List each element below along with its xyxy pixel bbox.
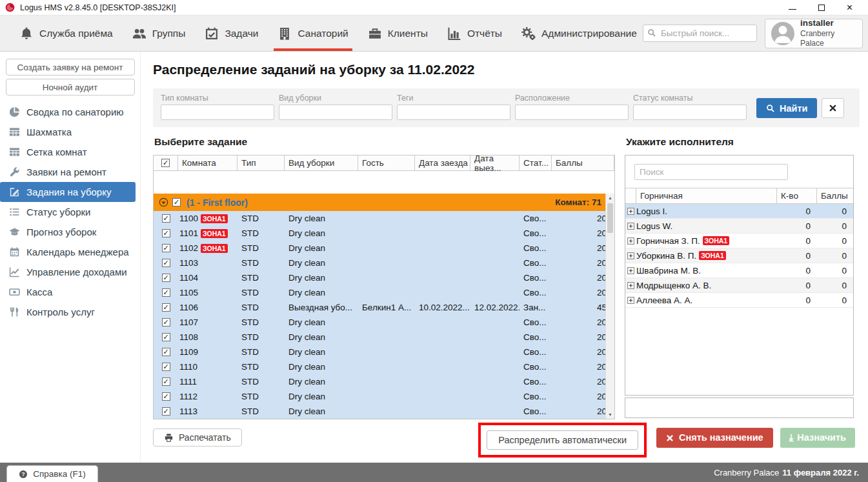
column-header[interactable]: Дата заезда	[415, 156, 470, 170]
row-checkbox[interactable]: ✓	[162, 348, 170, 356]
collapse-group-icon[interactable]	[159, 197, 168, 207]
column-header[interactable]: Баллы	[817, 188, 853, 203]
column-header[interactable]: Баллы	[552, 156, 614, 170]
row-checkbox[interactable]: ✓	[162, 214, 170, 223]
scroll-down-icon[interactable]: ▼	[606, 410, 614, 419]
task-row[interactable]: ✓1109STDDry cleanСво...20	[154, 345, 614, 359]
task-row[interactable]: ✓1100ЗОНА1STDDry cleanСво...20	[154, 211, 614, 226]
night-audit-button[interactable]: Ночной аудит	[6, 79, 135, 95]
task-row[interactable]: ✓1103STDDry cleanСво...20	[154, 256, 614, 270]
expand-icon[interactable]	[627, 237, 635, 245]
nav-tab-reception[interactable]: Служба приёма	[19, 15, 113, 51]
sidebar-item-chessboard[interactable]: Шахматка	[0, 122, 140, 142]
task-row[interactable]: ✓1102ЗОНА1STDDry cleanСво...20	[154, 241, 614, 256]
task-row[interactable]: ✓1107STDDry cleanСво...20	[154, 315, 614, 330]
auto-assign-button[interactable]: Распределить автоматически	[487, 430, 638, 450]
filter-input-location[interactable]	[515, 105, 629, 120]
filter-input-room-type[interactable]	[161, 105, 274, 120]
tasks-section: Выберите задание ✓КомнатаТипВид уборкиГо…	[153, 136, 615, 419]
filter-input-cleaning-kind[interactable]	[279, 105, 392, 120]
column-header[interactable]: К-во	[777, 188, 817, 203]
sidebar-item-revenue-management[interactable]: Управление доходами	[0, 262, 140, 282]
maximize-button[interactable]	[818, 5, 825, 11]
expand-icon[interactable]	[627, 266, 635, 275]
expand-icon[interactable]	[627, 296, 635, 305]
remove-assignment-button[interactable]: Снять назначение	[656, 428, 773, 448]
row-checkbox[interactable]: ✓	[162, 229, 170, 237]
row-checkbox[interactable]: ✓	[162, 274, 170, 282]
group-checkbox[interactable]: ✓	[172, 198, 181, 206]
row-checkbox[interactable]: ✓	[162, 303, 170, 312]
row-checkbox[interactable]: ✓	[162, 392, 170, 401]
assignee-row[interactable]: Logus I.00	[625, 204, 853, 219]
filter-input-tags[interactable]	[397, 105, 510, 120]
expand-icon[interactable]	[627, 222, 635, 230]
assignee-row[interactable]: Швабрина М. В.00	[625, 263, 853, 278]
nav-tab-clients[interactable]: Клиенты	[368, 15, 428, 51]
task-row[interactable]: ✓1112STDDry cleanСво...20	[154, 389, 614, 404]
sidebar-item-sanatorium-summary[interactable]: Сводка по санаторию	[0, 102, 140, 122]
assign-button[interactable]: ⤓ Назначить	[780, 428, 855, 448]
task-row[interactable]: ✓1106STDВыездная убо...Белкин1 А...10.02…	[154, 300, 614, 315]
sidebar-item-manager-calendar[interactable]: Календарь менеджера	[0, 242, 140, 262]
clear-filters-button[interactable]	[822, 98, 844, 118]
row-checkbox[interactable]: ✓	[162, 318, 170, 326]
task-row[interactable]: ✓1111STDDry cleanСво...20	[154, 374, 614, 389]
task-row[interactable]: ✓1101ЗОНА1STDDry cleanСво...20	[154, 226, 614, 241]
group-row-first-floor[interactable]: ✓ (1 - First floor) Комнат: 71	[154, 194, 614, 211]
column-header[interactable]: Гость	[358, 156, 415, 170]
column-header[interactable]: Дата выез...	[470, 156, 520, 170]
scrollbar-thumb[interactable]	[607, 203, 613, 233]
scroll-up-icon[interactable]: ▲	[606, 194, 614, 202]
column-header[interactable]: Комната	[178, 156, 237, 170]
column-header[interactable]: Стат...	[520, 156, 552, 170]
task-row[interactable]: ✓1105STDDry cleanСво...20	[154, 285, 614, 300]
task-row[interactable]: ✓1104STDDry cleanСво...20	[154, 270, 614, 285]
assignee-row[interactable]: Аллеева А. А.00	[625, 293, 853, 308]
row-checkbox[interactable]: ✓	[162, 288, 170, 297]
sidebar-item-cleaning-status[interactable]: Статус уборки	[0, 202, 140, 222]
nav-tab-tasks[interactable]: Задачи	[205, 15, 258, 51]
row-checkbox[interactable]: ✓	[162, 333, 170, 341]
column-header[interactable]: Тип	[237, 156, 285, 170]
nav-tab-reports[interactable]: Отчёты	[447, 15, 502, 51]
minimize-button[interactable]	[789, 9, 796, 10]
sidebar-item-service-control[interactable]: Контроль услуг	[0, 302, 140, 322]
row-checkbox[interactable]: ✓	[162, 259, 170, 267]
assignee-row[interactable]: Горничная З. П.ЗОНА100	[625, 234, 853, 248]
print-button[interactable]: Распечатать	[153, 428, 242, 447]
quick-search-input[interactable]	[643, 25, 757, 42]
assignee-row[interactable]: Уборкина В. П.ЗОНА100	[625, 248, 853, 263]
task-row[interactable]: ✓1108STDDry cleanСво...20	[154, 330, 614, 345]
row-checkbox[interactable]: ✓	[162, 244, 170, 252]
assignee-search-input[interactable]	[634, 164, 788, 180]
expand-icon[interactable]	[627, 207, 635, 216]
assignee-row[interactable]: Logus W.00	[625, 219, 853, 234]
select-all-checkbox[interactable]: ✓	[161, 159, 170, 167]
nav-tab-groups[interactable]: Группы	[132, 15, 186, 51]
help-button[interactable]: ? Справка (F1)	[6, 465, 98, 482]
sidebar-item-cleaning-forecast[interactable]: Прогноз уборок	[0, 222, 140, 242]
close-button[interactable]: ×	[847, 3, 853, 13]
filter-input-room-status[interactable]	[633, 105, 747, 120]
create-repair-request-button[interactable]: Создать заявку на ремонт	[6, 59, 135, 75]
nav-tab-sanatorium[interactable]: Санаторий	[278, 15, 348, 51]
task-row[interactable]: ✓1113STDDry cleanСво...20	[154, 404, 614, 419]
row-checkbox[interactable]: ✓	[162, 377, 170, 386]
row-checkbox[interactable]: ✓	[162, 407, 170, 416]
sidebar-item-room-grid[interactable]: Сетка комнат	[0, 142, 140, 162]
find-button[interactable]: Найти	[756, 98, 817, 118]
row-checkbox[interactable]: ✓	[162, 363, 170, 371]
sidebar-item-repair-requests[interactable]: Заявки на ремонт	[0, 162, 140, 182]
nav-tab-administration[interactable]: Администрирование	[521, 15, 637, 51]
tasks-scrollbar[interactable]: ▲ ▼	[605, 194, 614, 419]
sidebar-item-cleaning-tasks[interactable]: Задания на уборку	[0, 182, 136, 202]
sidebar-item-cash-desk[interactable]: Касса	[0, 282, 140, 302]
assignee-row[interactable]: Модрыщенко А. В.00	[625, 278, 853, 293]
column-header[interactable]: Горничная	[636, 188, 777, 203]
expand-icon[interactable]	[627, 252, 635, 260]
user-menu[interactable]: installer Cranberry Palace	[765, 19, 863, 48]
task-row[interactable]: ✓1110STDDry cleanСво...20	[154, 359, 614, 374]
expand-icon[interactable]	[627, 281, 635, 290]
column-header[interactable]: Вид уборки	[285, 156, 358, 170]
